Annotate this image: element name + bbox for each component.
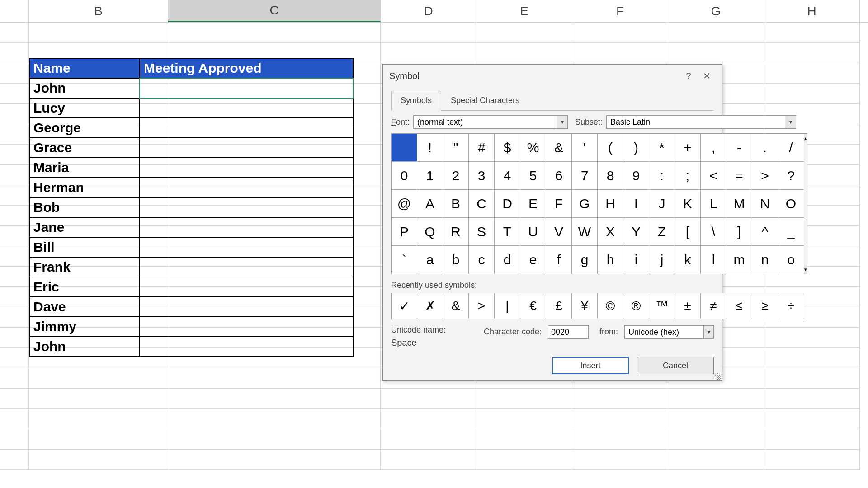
symbol-cell[interactable]: R (443, 218, 469, 246)
cell-name[interactable]: Jane (30, 218, 140, 237)
table-row[interactable]: Jane (30, 218, 353, 238)
symbol-cell[interactable]: d (495, 246, 520, 274)
symbol-cell[interactable]: _ (778, 218, 804, 246)
cell-meeting[interactable] (140, 79, 353, 98)
insert-button[interactable]: Insert (552, 357, 629, 374)
column-header-H[interactable]: H (764, 0, 860, 22)
symbol-cell[interactable]: ' (572, 134, 598, 162)
symbol-cell[interactable]: e (520, 246, 546, 274)
symbol-cell[interactable]: = (726, 162, 752, 190)
cell-meeting[interactable] (140, 158, 353, 177)
recent-symbol[interactable]: > (469, 293, 495, 319)
symbol-cell[interactable]: ! (417, 134, 443, 162)
symbol-cell[interactable]: B (443, 190, 469, 218)
recent-symbol[interactable]: ± (675, 293, 701, 319)
symbol-cell[interactable]: F (546, 190, 572, 218)
cell-meeting[interactable] (140, 178, 353, 197)
table-row[interactable]: Lucy (30, 99, 353, 118)
symbol-cell[interactable]: ? (778, 162, 804, 190)
symbol-cell[interactable]: E (520, 190, 546, 218)
cell-meeting[interactable] (140, 277, 353, 296)
cell-meeting[interactable] (140, 258, 353, 277)
cancel-button[interactable]: Cancel (637, 357, 714, 374)
symbol-cell[interactable]: < (701, 162, 726, 190)
symbol-cell[interactable]: X (598, 218, 623, 246)
recent-symbol[interactable]: ® (623, 293, 649, 319)
symbol-cell[interactable]: 9 (623, 162, 649, 190)
symbol-cell[interactable]: K (675, 190, 701, 218)
column-header-G[interactable]: G (668, 0, 764, 22)
table-row[interactable]: John (30, 337, 353, 356)
symbol-cell[interactable]: L (701, 190, 726, 218)
tab-symbols[interactable]: Symbols (391, 91, 441, 111)
symbol-cell[interactable]: Y (623, 218, 649, 246)
subset-combo[interactable]: ▾ (606, 115, 796, 129)
symbol-cell[interactable]: 7 (572, 162, 598, 190)
symbol-cell[interactable]: # (469, 134, 495, 162)
recent-symbol[interactable]: ✓ (392, 293, 417, 319)
symbol-cell[interactable]: $ (495, 134, 520, 162)
cell-name[interactable]: Frank (30, 258, 140, 277)
column-header-F[interactable]: F (572, 0, 668, 22)
cell-meeting[interactable] (140, 198, 353, 217)
symbol-cell[interactable]: 3 (469, 162, 495, 190)
symbol-cell[interactable]: [ (675, 218, 701, 246)
symbol-cell[interactable]: ( (598, 134, 623, 162)
symbol-cell[interactable]: U (520, 218, 546, 246)
chevron-down-icon[interactable]: ▾ (785, 116, 796, 128)
cell-meeting[interactable] (140, 238, 353, 257)
symbol-cell[interactable]: 4 (495, 162, 520, 190)
recent-symbol[interactable]: ¥ (572, 293, 598, 319)
cell-meeting[interactable] (140, 337, 353, 356)
symbol-cell[interactable]: 1 (417, 162, 443, 190)
symbol-cell[interactable]: O (778, 190, 804, 218)
close-icon[interactable]: ✕ (698, 69, 716, 83)
symbol-cell[interactable]: ] (726, 218, 752, 246)
table-row[interactable]: Bill (30, 238, 353, 258)
table-row[interactable]: Herman (30, 178, 353, 198)
symbol-cell[interactable]: @ (392, 190, 417, 218)
cell-name[interactable]: George (30, 118, 140, 137)
symbol-cell[interactable]: . (752, 134, 778, 162)
cell-name[interactable]: John (30, 337, 140, 356)
symbol-cell[interactable]: m (726, 246, 752, 274)
cell-meeting[interactable] (140, 138, 353, 157)
cell-name[interactable]: Eric (30, 277, 140, 296)
symbol-cell[interactable]: Q (417, 218, 443, 246)
table-row[interactable]: George (30, 118, 353, 138)
symbol-cell[interactable]: , (701, 134, 726, 162)
recent-symbol[interactable]: | (495, 293, 520, 319)
cell-name[interactable]: Bob (30, 198, 140, 217)
symbol-cell[interactable]: a (417, 246, 443, 274)
symbol-cell[interactable]: ) (623, 134, 649, 162)
cell-name[interactable]: Maria (30, 158, 140, 177)
symbol-cell[interactable] (392, 134, 417, 162)
symbol-cell[interactable]: - (726, 134, 752, 162)
chevron-down-icon[interactable]: ▾ (557, 116, 567, 128)
symbol-cell[interactable]: i (623, 246, 649, 274)
symbol-cell[interactable]: J (649, 190, 675, 218)
column-header-C[interactable]: C (168, 0, 381, 22)
symbol-cell[interactable]: ^ (752, 218, 778, 246)
symbol-cell[interactable]: & (546, 134, 572, 162)
column-header-D[interactable]: D (381, 0, 476, 22)
symbol-cell[interactable]: b (443, 246, 469, 274)
symbol-scrollbar[interactable]: ▴ ▾ (804, 133, 807, 274)
table-header-name[interactable]: Name (30, 59, 140, 78)
symbol-cell[interactable]: \ (701, 218, 726, 246)
table-row[interactable]: Maria (30, 158, 353, 178)
symbol-cell[interactable]: 5 (520, 162, 546, 190)
symbol-cell[interactable]: Z (649, 218, 675, 246)
symbol-cell[interactable]: : (649, 162, 675, 190)
scroll-down-icon[interactable]: ▾ (804, 265, 807, 274)
symbol-cell[interactable]: C (469, 190, 495, 218)
symbol-cell[interactable]: o (778, 246, 804, 274)
recent-symbol[interactable]: ✗ (417, 293, 443, 319)
cell-name[interactable]: Herman (30, 178, 140, 197)
symbol-cell[interactable]: " (443, 134, 469, 162)
cell-name[interactable]: Jimmy (30, 317, 140, 336)
from-combo[interactable]: ▾ (624, 325, 714, 339)
recent-symbol[interactable]: ™ (649, 293, 675, 319)
symbol-cell[interactable]: j (649, 246, 675, 274)
symbol-cell[interactable]: g (572, 246, 598, 274)
